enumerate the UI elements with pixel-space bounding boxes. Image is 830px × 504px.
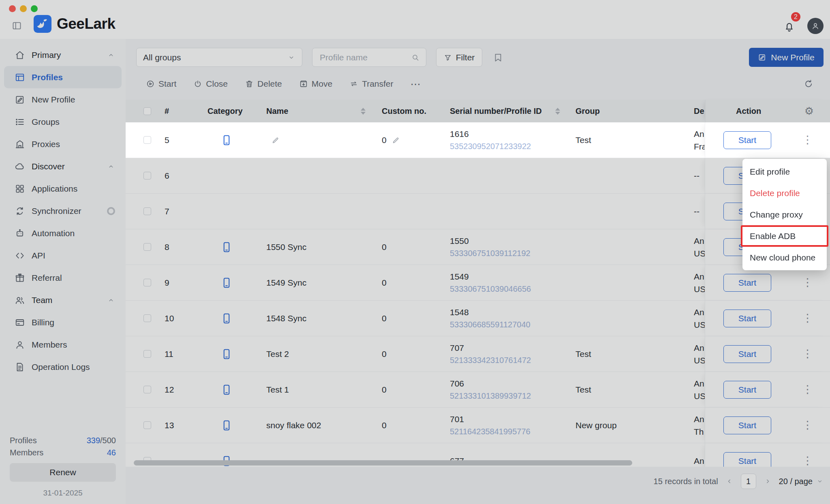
table-row[interactable]: 7 -- Start ⋮ bbox=[126, 194, 830, 229]
sidebar-item-applications[interactable]: Applications bbox=[4, 177, 122, 200]
toolbar-close-button[interactable]: Close bbox=[193, 79, 228, 89]
table-row[interactable]: 10 1548 Sync 0 1548533306685591127040 An… bbox=[126, 301, 830, 336]
row-menu-icon[interactable]: ⋮ bbox=[802, 135, 813, 145]
table-row[interactable]: 6 -- Start ⋮ bbox=[126, 158, 830, 194]
filter-button[interactable]: Filter bbox=[436, 48, 482, 67]
table-row[interactable]: 12 Test 1 0 706521333101389939712 Test A… bbox=[126, 372, 830, 408]
profile-search[interactable] bbox=[312, 48, 426, 67]
sidebar-item-synchronizer[interactable]: Synchronizer bbox=[4, 200, 122, 222]
table-row[interactable]: 8 1550 Sync 0 1550533306751039112192 AnU… bbox=[126, 229, 830, 265]
row-number: 12 bbox=[157, 385, 203, 395]
profile-id: 535230952071233922 bbox=[450, 141, 531, 152]
start-button[interactable]: Start bbox=[723, 416, 771, 434]
prev-page-icon[interactable] bbox=[725, 477, 734, 485]
toolbar-move-button[interactable]: Move bbox=[299, 79, 332, 89]
column-serial[interactable]: Serial number/Profile ID bbox=[445, 100, 571, 122]
row-checkbox[interactable] bbox=[143, 243, 151, 251]
start-button[interactable]: Start bbox=[723, 310, 771, 327]
menu-item-new-cloud-phone[interactable]: New cloud phone bbox=[742, 247, 827, 268]
refresh-icon[interactable] bbox=[803, 79, 814, 89]
table-row[interactable]: 9 1549 Sync 0 1549533306751039046656 AnU… bbox=[126, 265, 830, 301]
sidebar-item-operation-logs[interactable]: Operation Logs bbox=[4, 356, 122, 378]
row-checkbox[interactable] bbox=[143, 279, 151, 286]
sidebar-item-billing[interactable]: Billing bbox=[4, 311, 122, 333]
edit-pencil-icon[interactable] bbox=[271, 136, 280, 145]
row-device-info: AnUS bbox=[694, 235, 706, 259]
row-action-cell: Start ⋮ bbox=[705, 122, 830, 158]
sidebar-item-api[interactable]: API bbox=[4, 244, 122, 267]
window-zoom-button[interactable] bbox=[31, 5, 38, 12]
start-button[interactable]: Start bbox=[723, 381, 771, 399]
row-checkbox[interactable] bbox=[143, 350, 151, 358]
sort-icon[interactable] bbox=[555, 108, 560, 115]
collection-icon[interactable] bbox=[493, 52, 503, 63]
row-checkbox[interactable] bbox=[143, 207, 151, 215]
sidebar-section-team[interactable]: Team bbox=[4, 289, 122, 311]
row-device-info: AnTh bbox=[694, 414, 704, 437]
start-button[interactable]: Start bbox=[723, 274, 771, 292]
row-checkbox[interactable] bbox=[143, 421, 151, 429]
row-menu-icon[interactable]: ⋮ bbox=[802, 455, 813, 466]
horizontal-scrollbar[interactable] bbox=[134, 460, 632, 466]
search-input[interactable] bbox=[319, 52, 411, 63]
group-filter-select[interactable]: All groups bbox=[136, 48, 302, 67]
menu-item-enable-adb[interactable]: Enable ADB bbox=[742, 225, 827, 247]
table-row[interactable]: 5 0 1616535230952071233922 Test AnFra St… bbox=[126, 122, 830, 158]
bell-icon[interactable] bbox=[783, 20, 796, 33]
row-menu-icon[interactable]: ⋮ bbox=[802, 384, 813, 395]
table-row[interactable]: 11 Test 2 0 707521333342310761472 Test A… bbox=[126, 336, 830, 372]
referral-icon bbox=[15, 273, 25, 283]
row-checkbox[interactable] bbox=[143, 386, 151, 393]
toolbar-start-button[interactable]: Start bbox=[146, 79, 176, 89]
current-page[interactable]: 1 bbox=[741, 474, 756, 489]
page-size-select[interactable]: 20 / page bbox=[779, 477, 824, 486]
sidebar-section-primary[interactable]: Primary bbox=[4, 44, 122, 66]
toolbar-button-label: Move bbox=[312, 79, 332, 89]
menu-item-edit-profile[interactable]: Edit profile bbox=[742, 161, 827, 182]
start-button[interactable]: Start bbox=[723, 345, 771, 363]
toolbar-delete-button[interactable]: Delete bbox=[245, 79, 282, 89]
row-device-info: AnUS bbox=[694, 342, 706, 366]
avatar[interactable] bbox=[807, 18, 824, 34]
window-close-button[interactable] bbox=[9, 5, 16, 12]
row-menu-icon[interactable]: ⋮ bbox=[802, 277, 813, 288]
gear-icon[interactable]: ⚙ bbox=[804, 106, 814, 116]
row-device-info: AnUS bbox=[694, 307, 706, 330]
menu-item-change-proxy[interactable]: Change proxy bbox=[742, 204, 827, 225]
sidebar-item-automation[interactable]: Automation bbox=[4, 222, 122, 244]
sidebar-item-label: Referral bbox=[32, 273, 62, 283]
chevron-down-icon bbox=[816, 478, 824, 485]
phone-icon bbox=[220, 241, 233, 253]
sort-icon[interactable] bbox=[361, 108, 366, 115]
column-name[interactable]: Name bbox=[261, 100, 377, 122]
new-profile-button[interactable]: New Profile bbox=[749, 48, 824, 67]
row-custom-no: 0 bbox=[382, 278, 387, 288]
toolbar-transfer-button[interactable]: Transfer bbox=[349, 79, 393, 89]
row-menu-icon[interactable]: ⋮ bbox=[802, 420, 813, 431]
sidebar-section-discover[interactable]: Discover bbox=[4, 155, 122, 177]
row-checkbox[interactable] bbox=[143, 314, 151, 322]
sidebar-item-proxies[interactable]: Proxies bbox=[4, 133, 122, 155]
sidebar-collapse-icon[interactable] bbox=[11, 20, 22, 31]
start-button[interactable]: Start bbox=[723, 452, 771, 467]
edit-pencil-icon[interactable] bbox=[391, 136, 400, 145]
row-menu-icon[interactable]: ⋮ bbox=[802, 348, 813, 359]
api-icon bbox=[15, 250, 25, 261]
table-row[interactable]: 13 snoy flake 002 0 70152116423584199577… bbox=[126, 408, 830, 443]
sidebar-item-referral[interactable]: Referral bbox=[4, 267, 122, 289]
sidebar-item-members[interactable]: Members bbox=[4, 333, 122, 356]
window-minimize-button[interactable] bbox=[20, 5, 27, 12]
sidebar-item-groups[interactable]: Groups bbox=[4, 111, 122, 133]
renew-button[interactable]: Renew bbox=[10, 463, 116, 482]
menu-item-delete-profile[interactable]: Delete profile bbox=[742, 182, 827, 204]
row-menu-icon[interactable]: ⋮ bbox=[802, 313, 813, 324]
next-page-icon[interactable] bbox=[764, 477, 772, 485]
start-button[interactable]: Start bbox=[723, 131, 771, 149]
select-all-checkbox[interactable] bbox=[143, 107, 151, 115]
row-checkbox[interactable] bbox=[143, 172, 151, 179]
sidebar-item-new-profile[interactable]: New Profile bbox=[4, 88, 122, 111]
sidebar-item-profiles[interactable]: Profiles bbox=[4, 66, 122, 88]
toolbar-more-button[interactable]: ⋯ bbox=[411, 78, 421, 90]
row-checkbox[interactable] bbox=[143, 136, 151, 144]
profiles-icon bbox=[15, 72, 25, 83]
